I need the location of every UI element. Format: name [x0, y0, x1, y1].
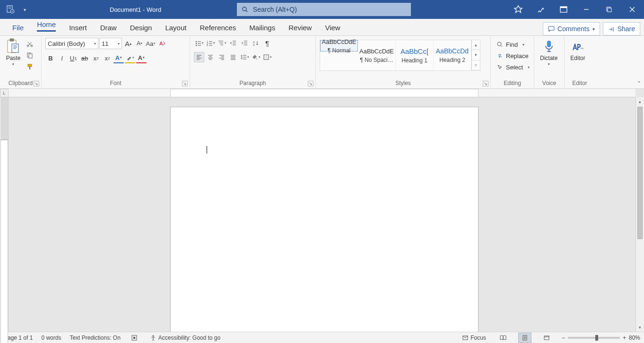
collapse-ribbon-button[interactable]: ⌃ — [637, 80, 641, 86]
show-marks-button[interactable]: ¶ — [262, 38, 272, 48]
minimize-button[interactable] — [575, 0, 598, 19]
close-button[interactable] — [620, 0, 644, 19]
macro-status[interactable] — [129, 332, 139, 343]
decrease-indent-button[interactable] — [228, 38, 238, 48]
style-heading-1[interactable]: AaBbCc[ Heading 1 — [396, 40, 434, 70]
tab-design[interactable]: Design — [123, 21, 159, 35]
text-effects-button[interactable]: A — [113, 53, 124, 63]
align-center-button[interactable] — [205, 52, 216, 62]
increase-indent-button[interactable] — [239, 38, 250, 48]
zoom-in-button[interactable]: + — [623, 334, 626, 341]
document-page[interactable] — [170, 107, 479, 332]
underline-button[interactable]: U — [68, 53, 78, 63]
style-no-spacing[interactable]: AaBbCcDdE ¶ No Spaci… — [358, 40, 396, 70]
font-name-select[interactable]: Calibri (Body)▾ — [45, 38, 98, 49]
coming-soon-icon[interactable] — [530, 0, 552, 19]
font-size-value: 11 — [102, 40, 108, 47]
scroll-thumb[interactable] — [637, 107, 643, 239]
tab-references[interactable]: References — [193, 21, 243, 35]
find-button[interactable]: Find▾ — [495, 39, 526, 50]
select-button[interactable]: Select▾ — [495, 61, 531, 73]
dialog-launcher-icon[interactable]: ↘ — [34, 81, 39, 86]
strikethrough-button[interactable]: ab — [79, 53, 90, 63]
tab-insert[interactable]: Insert — [62, 21, 94, 35]
superscript-button[interactable]: x2 — [102, 53, 113, 63]
print-layout-button[interactable] — [518, 333, 531, 343]
zoom-slider[interactable] — [568, 337, 620, 339]
search-box[interactable]: Search (Alt+Q) — [237, 3, 411, 16]
svg-rect-27 — [547, 41, 551, 47]
highlight-button[interactable] — [125, 53, 135, 63]
ribbon-display-icon[interactable] — [552, 0, 575, 19]
tab-review[interactable]: Review — [282, 21, 318, 35]
tab-view[interactable]: View — [318, 21, 347, 35]
subscript-button[interactable]: x2 — [91, 53, 101, 63]
replace-button[interactable]: Replace — [495, 50, 531, 61]
bullets-button[interactable] — [194, 38, 204, 48]
shading-button[interactable] — [251, 52, 261, 62]
borders-button[interactable] — [262, 52, 272, 62]
line-spacing-button[interactable] — [239, 52, 250, 62]
page-number[interactable]: Page 1 of 1 — [4, 334, 33, 341]
cut-button[interactable] — [25, 39, 35, 49]
justify-button[interactable] — [228, 52, 238, 62]
accessibility-status[interactable]: Accessibility: Good to go — [148, 332, 222, 343]
line-spacing-icon — [240, 54, 247, 60]
tab-mailings[interactable]: Mailings — [243, 21, 282, 35]
align-left-button[interactable] — [194, 52, 204, 62]
grow-font-button[interactable]: A▴ — [123, 38, 133, 49]
gallery-more-button[interactable]: ▿ — [472, 60, 480, 70]
font-size-select[interactable]: 11▾ — [99, 38, 122, 49]
vertical-scrollbar[interactable]: ▴ ▾ — [635, 97, 644, 332]
gallery-down-button[interactable]: ▾ — [472, 50, 480, 60]
group-label-font: Font — [110, 80, 121, 86]
format-painter-button[interactable] — [25, 61, 35, 72]
zoom-out-button[interactable]: − — [562, 334, 565, 341]
focus-mode-button[interactable]: Focus — [460, 332, 488, 343]
paste-button[interactable]: Paste ▾ — [4, 38, 23, 67]
tab-home[interactable]: Home — [30, 17, 62, 35]
clear-formatting-button[interactable]: A — [157, 38, 167, 49]
read-mode-button[interactable] — [496, 333, 510, 343]
dialog-launcher-icon[interactable]: ↘ — [182, 81, 188, 86]
align-right-button[interactable] — [217, 52, 227, 62]
italic-button[interactable]: I — [57, 53, 67, 63]
premium-icon[interactable] — [507, 0, 530, 19]
copy-button[interactable] — [25, 50, 35, 60]
multilevel-list-button[interactable] — [217, 38, 227, 48]
zoom-slider-thumb[interactable] — [595, 335, 598, 341]
zoom-level[interactable]: 80% — [629, 334, 640, 341]
editor-button[interactable]: Editor — [568, 38, 587, 62]
style-name: ¶ No Spaci… — [360, 57, 393, 63]
change-case-button[interactable]: Aa — [146, 38, 156, 49]
style-heading-2[interactable]: AaBbCcDd Heading 2 — [434, 40, 471, 70]
horizontal-ruler[interactable] — [9, 89, 635, 97]
gallery-up-button[interactable]: ▴ — [472, 40, 480, 50]
dialog-launcher-icon[interactable]: ↘ — [308, 81, 313, 86]
tab-draw[interactable]: Draw — [94, 21, 123, 35]
autosave-icon[interactable] — [6, 5, 15, 14]
share-button[interactable]: Share — [603, 22, 640, 35]
search-icon — [237, 6, 253, 13]
tab-file[interactable]: File — [6, 21, 30, 35]
svg-rect-6 — [608, 8, 611, 12]
style-normal[interactable]: AaBbCcDdE ¶ Normal — [320, 40, 358, 51]
qat-customize-icon[interactable]: ▾ — [20, 5, 29, 14]
scroll-up-button[interactable]: ▴ — [636, 97, 644, 106]
text-predictions[interactable]: Text Predictions: On — [70, 334, 120, 341]
web-layout-button[interactable] — [540, 333, 553, 343]
tab-selector[interactable]: L — [0, 89, 9, 97]
comments-button[interactable]: Comments ▾ — [543, 22, 600, 35]
maximize-button[interactable] — [598, 0, 620, 19]
tab-layout[interactable]: Layout — [158, 21, 193, 35]
dictate-button[interactable]: Dictate ▾ — [538, 38, 559, 67]
font-color-button[interactable]: A — [136, 53, 147, 63]
dialog-launcher-icon[interactable]: ↘ — [483, 81, 488, 86]
sort-button[interactable]: AZ — [251, 38, 261, 48]
scroll-down-button[interactable]: ▾ — [636, 323, 644, 332]
numbering-button[interactable]: 123 — [205, 38, 216, 48]
vertical-ruler[interactable] — [0, 97, 9, 332]
bold-button[interactable]: B — [45, 53, 56, 63]
word-count[interactable]: 0 words — [41, 334, 61, 341]
shrink-font-button[interactable]: A▾ — [134, 38, 145, 49]
